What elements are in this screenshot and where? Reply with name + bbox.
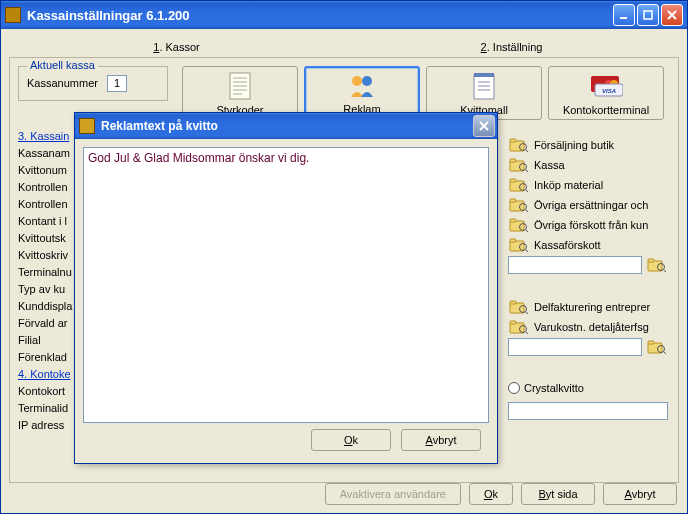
ok-button[interactable]: Ok xyxy=(469,483,513,505)
field-label: Kvittonum xyxy=(18,164,72,176)
dialog-title: Reklamtext på kvitto xyxy=(101,119,473,133)
left-label-column: 3. Kassain Kassanam Kvittonum Kontrollen… xyxy=(18,130,72,431)
svg-rect-34 xyxy=(510,301,516,304)
field-label: Kassanam xyxy=(18,147,72,159)
dialog-content: God Jul & Glad Midsommar önskar vi dig. … xyxy=(75,139,497,463)
dialog-icon xyxy=(79,118,95,134)
folder-search-icon[interactable] xyxy=(646,338,668,356)
lookup-row[interactable]: Försäljning butik xyxy=(508,136,668,154)
text-input[interactable] xyxy=(508,338,642,356)
svg-rect-0 xyxy=(620,17,627,19)
field-label: Förenklad xyxy=(18,351,72,363)
people-icon xyxy=(347,68,377,103)
folder-search-icon xyxy=(508,136,530,154)
field-label: IP adress xyxy=(18,419,72,431)
svg-rect-31 xyxy=(648,259,654,262)
field-label: Förvald ar xyxy=(18,317,72,329)
window-title: Kassainställningar 6.1.200 xyxy=(27,8,613,23)
lookup-row[interactable]: Övriga ersättningar och xyxy=(508,196,668,214)
crystalkvitto-radio[interactable]: Crystalkvitto xyxy=(508,382,668,394)
bottom-button-row: Avaktivera användare Ok Byt sida Avbryt xyxy=(325,483,677,505)
radio-icon xyxy=(508,382,520,394)
notepad-icon xyxy=(472,67,496,104)
svg-rect-37 xyxy=(510,321,516,324)
field-label: Kvittoutsk xyxy=(18,232,72,244)
minimize-button[interactable] xyxy=(613,4,635,26)
dialog-titlebar: Reklamtext på kvitto xyxy=(75,113,497,139)
svg-rect-40 xyxy=(648,341,654,344)
folder-search-icon xyxy=(508,176,530,194)
bytsida-button[interactable]: Byt sida xyxy=(521,483,595,505)
svg-rect-16 xyxy=(510,159,516,162)
avbryt-button[interactable]: Avbryt xyxy=(603,483,677,505)
lookup-row[interactable]: Inköp material xyxy=(508,176,668,194)
folder-search-icon[interactable] xyxy=(646,256,668,274)
reklamtext-textarea[interactable]: God Jul & Glad Midsommar önskar vi dig. xyxy=(83,147,489,423)
tab-kassor[interactable]: 1. Kassor xyxy=(9,37,344,57)
kontokortterminal-button[interactable]: VISA Kontokortterminal xyxy=(548,66,664,120)
folder-search-icon xyxy=(508,318,530,336)
dialog-button-row: Ok Avbryt xyxy=(83,429,489,451)
aktuell-kassa-legend: Aktuell kassa xyxy=(27,59,98,71)
field-label: Kontrollen xyxy=(18,198,72,210)
right-column: Försäljning butik Kassa Inköp material Ö… xyxy=(508,136,668,420)
document-icon xyxy=(228,67,252,104)
svg-rect-5 xyxy=(474,75,494,99)
deactivate-user-button: Avaktivera användare xyxy=(325,483,461,505)
lookup-row[interactable]: Övriga förskott från kun xyxy=(508,216,668,234)
svg-rect-6 xyxy=(474,73,494,77)
field-label: Kontokort xyxy=(18,385,72,397)
folder-search-icon xyxy=(508,216,530,234)
field-label: Terminalnu xyxy=(18,266,72,278)
folder-search-icon xyxy=(508,196,530,214)
svg-rect-19 xyxy=(510,179,516,182)
field-label: Filial xyxy=(18,334,72,346)
aktuell-kassa-group: Aktuell kassa Kassanummer 1 xyxy=(18,66,168,101)
lookup-row[interactable]: Kassaförskott xyxy=(508,236,668,254)
lookup-row[interactable]: Varukostn. detaljåterfsg xyxy=(508,318,668,336)
svg-point-3 xyxy=(352,76,362,86)
field-label: Typ av ku xyxy=(18,283,72,295)
folder-search-icon xyxy=(508,236,530,254)
folder-search-icon xyxy=(508,298,530,316)
svg-rect-22 xyxy=(510,199,516,202)
maximize-button[interactable] xyxy=(637,4,659,26)
lookup-row[interactable]: Delfakturering entreprer xyxy=(508,298,668,316)
field-label: Kontant i l xyxy=(18,215,72,227)
dialog-ok-button[interactable]: Ok xyxy=(311,429,391,451)
field-label: Terminalid xyxy=(18,402,72,414)
svg-rect-25 xyxy=(510,219,516,222)
field-label: Kontrollen xyxy=(18,181,72,193)
kassanummer-label: Kassanummer xyxy=(27,77,98,89)
folder-search-icon xyxy=(508,156,530,174)
lookup-row[interactable]: Kassa xyxy=(508,156,668,174)
field-label: Kunddispla xyxy=(18,300,72,312)
svg-text:VISA: VISA xyxy=(602,88,616,94)
section-link-kontoke[interactable]: 4. Kontoke xyxy=(18,368,72,380)
creditcard-icon: VISA xyxy=(589,67,623,104)
kassanummer-input[interactable]: 1 xyxy=(107,75,127,92)
tab-installning[interactable]: 2. Inställning xyxy=(344,37,679,57)
text-input[interactable] xyxy=(508,256,642,274)
section-link-kassain[interactable]: 3. Kassain xyxy=(18,130,72,142)
reklamtext-dialog: Reklamtext på kvitto God Jul & Glad Mids… xyxy=(74,112,498,464)
svg-rect-13 xyxy=(510,139,516,142)
tab-bar: 1. Kassor 2. Inställning xyxy=(9,37,679,57)
dialog-close-button[interactable] xyxy=(473,115,495,137)
text-input[interactable] xyxy=(508,402,668,420)
titlebar: Kassainställningar 6.1.200 xyxy=(1,1,687,29)
app-icon xyxy=(5,7,21,23)
svg-rect-1 xyxy=(644,11,652,19)
dialog-avbryt-button[interactable]: Avbryt xyxy=(401,429,481,451)
svg-rect-28 xyxy=(510,239,516,242)
field-label: Kvittoskriv xyxy=(18,249,72,261)
close-button[interactable] xyxy=(661,4,683,26)
svg-point-4 xyxy=(362,76,372,86)
